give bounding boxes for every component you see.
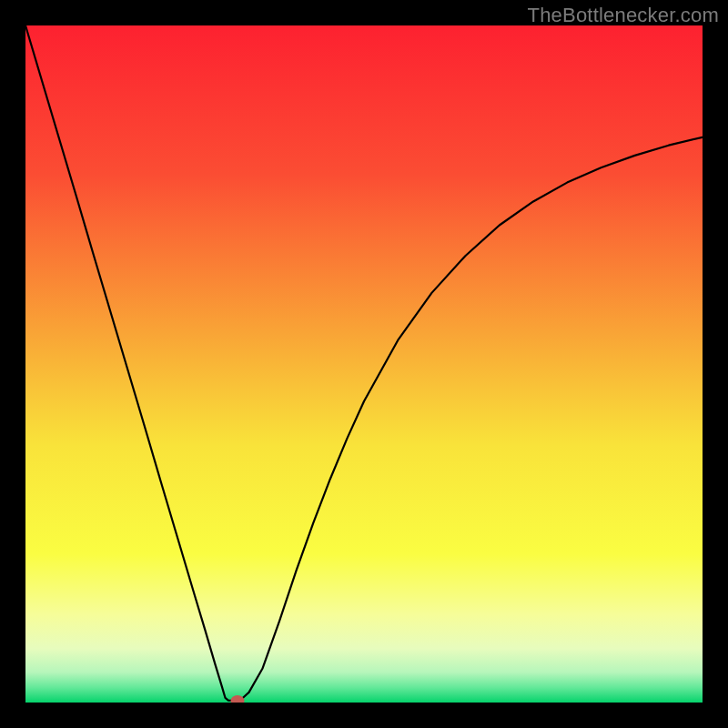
watermark-text: TheBottlenecker.com [528, 4, 719, 27]
chart-frame: TheBottlenecker.com [0, 0, 728, 728]
svg-rect-0 [25, 25, 703, 703]
plot-area [25, 25, 703, 703]
background-gradient [25, 25, 703, 703]
optimum-marker [230, 695, 244, 703]
